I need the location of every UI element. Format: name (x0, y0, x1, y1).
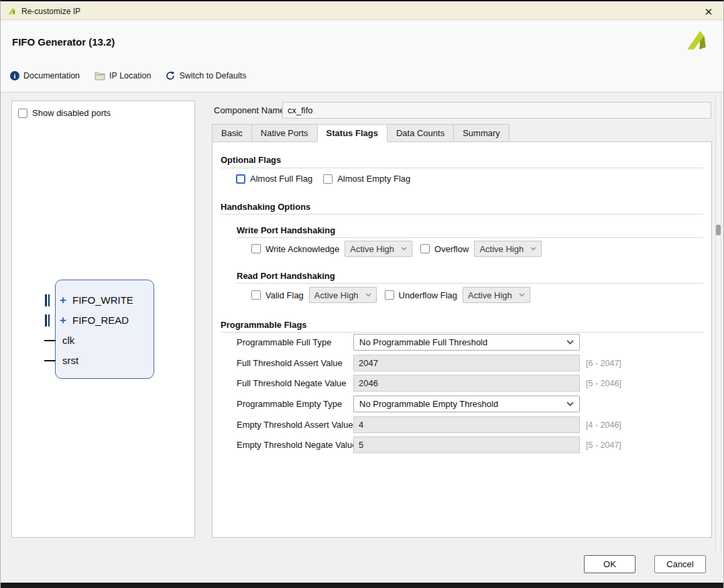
almost-full-flag-label: Almost Full Flag (250, 174, 312, 184)
empty-threshold-negate-row: Empty Threshold Negate Value 5 [5 - 2047… (237, 436, 702, 453)
empty-threshold-negate-range: [5 - 2047] (586, 440, 621, 450)
dropdown-value: No Programmable Empty Threshold (359, 399, 498, 409)
title-bar: Re-customize IP ✕ (1, 3, 723, 20)
switch-to-defaults-button[interactable]: Switch to Defaults (166, 71, 246, 80)
dropdown-value: Active High (350, 244, 394, 254)
section-divider (221, 332, 703, 333)
chevron-down-icon (365, 293, 371, 297)
ip-location-button[interactable]: IP Location (95, 71, 151, 80)
programmable-empty-type-row: Programmable Empty Type No Programmable … (237, 396, 702, 412)
almost-empty-flag-label: Almost Empty Flag (337, 174, 410, 184)
section-title-programmable-flags: Programmable Flags (221, 320, 307, 330)
refresh-icon (166, 71, 175, 80)
dropdown-value: Active High (479, 244, 524, 254)
ports-preview-panel: Show disabled ports + FIFO_WRITE + FIFO_… (11, 101, 195, 538)
expand-plus-icon[interactable]: + (60, 312, 66, 329)
info-icon: i (10, 71, 19, 80)
tab-data-counts[interactable]: Data Counts (387, 124, 453, 142)
tab-status-flags[interactable]: Status Flags (317, 124, 387, 142)
empty-threshold-assert-label: Empty Threshold Assert Value (237, 420, 353, 430)
write-acknowledge-checkbox[interactable] (251, 244, 261, 253)
show-disabled-ports-checkbox[interactable] (18, 109, 27, 118)
valid-flag-checkbox[interactable] (251, 290, 261, 300)
tab-summary[interactable]: Summary (453, 124, 509, 142)
section-title-handshaking: Handshaking Options (221, 202, 310, 212)
empty-threshold-negate-input: 5 (353, 436, 580, 453)
window-title: Re-customize IP (21, 7, 80, 16)
dialog-header: FIFO Generator (13.2) i Documentation IP… (1, 20, 723, 93)
almost-empty-flag-checkbox[interactable] (323, 174, 333, 184)
expand-plus-icon[interactable]: + (60, 292, 66, 308)
cancel-button[interactable]: Cancel (654, 555, 706, 573)
show-disabled-ports-row: Show disabled ports (18, 108, 111, 118)
full-threshold-negate-label: Full Threshold Negate Value (237, 378, 353, 388)
underflow-flag-checkbox[interactable] (385, 290, 394, 300)
subsection-title-read-handshaking: Read Port Handshaking (237, 271, 335, 281)
xilinx-logo (684, 28, 709, 52)
toolbar: i Documentation IP Location (10, 71, 261, 80)
dropdown-value: No Programmable Full Threshold (359, 337, 487, 347)
overflow-checkbox[interactable] (420, 244, 430, 253)
dropdown-value: Active High (468, 290, 512, 300)
component-name-input[interactable] (282, 102, 711, 119)
programmable-full-type-dropdown[interactable]: No Programmable Full Threshold (353, 334, 580, 351)
app-logo-icon (7, 7, 16, 15)
documentation-button[interactable]: i Documentation (10, 71, 80, 80)
optional-flags-row: Almost Full Flag Almost Empty Flag (236, 174, 410, 184)
vertical-scrollbar-thumb[interactable] (716, 225, 721, 235)
section-divider (221, 214, 703, 215)
port-row-fifo-read: + FIFO_READ (56, 312, 154, 329)
switch-to-defaults-label: Switch to Defaults (179, 71, 246, 80)
port-label: srst (62, 353, 78, 369)
programmable-full-type-row: Programmable Full Type No Programmable F… (237, 334, 702, 351)
valid-flag-sense-dropdown: Active High (309, 287, 377, 303)
tab-native-ports[interactable]: Native Ports (251, 124, 317, 142)
page-title: FIFO Generator (13.2) (12, 36, 115, 48)
ok-button[interactable]: OK (584, 555, 636, 573)
empty-threshold-negate-label: Empty Threshold Negate Value (237, 440, 353, 450)
port-row-fifo-write: + FIFO_WRITE (56, 292, 154, 308)
programmable-full-type-label: Programmable Full Type (237, 337, 353, 347)
full-threshold-negate-input: 2046 (353, 375, 580, 392)
close-icon[interactable]: ✕ (701, 5, 717, 19)
port-label: FIFO_READ (72, 312, 129, 329)
overflow-label: Overflow (434, 244, 469, 254)
tab-basic[interactable]: Basic (212, 124, 251, 142)
port-wire-stub (44, 360, 56, 361)
empty-threshold-assert-range: [4 - 2046] (586, 420, 621, 430)
almost-full-flag-checkbox[interactable] (236, 174, 245, 184)
section-divider (237, 283, 703, 284)
port-label: clk (62, 333, 74, 349)
full-threshold-negate-row: Full Threshold Negate Value 2046 [5 - 20… (237, 375, 702, 392)
programmable-empty-type-dropdown[interactable]: No Programmable Empty Threshold (353, 396, 580, 412)
documentation-label: Documentation (23, 71, 80, 80)
underflow-flag-label: Underflow Flag (399, 290, 457, 300)
port-row-clk: clk (56, 333, 154, 349)
read-handshaking-row: Valid Flag Active High Underflow Flag Ac… (251, 287, 530, 303)
chevron-down-icon (519, 293, 525, 297)
programmable-empty-type-label: Programmable Empty Type (237, 399, 353, 409)
empty-threshold-assert-input: 4 (353, 416, 580, 433)
full-threshold-assert-label: Full Threshold Assert Value (237, 358, 353, 368)
full-threshold-assert-range: [6 - 2047] (586, 359, 621, 368)
chevron-down-icon (530, 247, 536, 251)
dropdown-value: Active High (314, 290, 359, 300)
subsection-title-write-handshaking: Write Port Handshaking (237, 225, 335, 235)
full-threshold-assert-row: Full Threshold Assert Value 2047 [6 - 20… (237, 355, 702, 371)
write-acknowledge-sense-dropdown: Active High (345, 241, 412, 257)
write-acknowledge-label: Write Acknowledge (265, 244, 339, 254)
port-label: FIFO_WRITE (72, 292, 133, 308)
component-name-label: Component Name (214, 105, 285, 115)
chevron-down-icon (566, 402, 574, 406)
overflow-sense-dropdown: Active High (474, 241, 542, 257)
window-bottom-edge (1, 583, 723, 588)
recustomize-ip-dialog: Re-customize IP ✕ FIFO Generator (13.2) … (0, 0, 724, 588)
underflow-flag-sense-dropdown: Active High (463, 287, 530, 303)
vertical-scrollbar[interactable] (715, 95, 721, 554)
full-threshold-assert-input: 2047 (353, 355, 580, 371)
show-disabled-ports-label: Show disabled ports (32, 108, 111, 118)
full-threshold-negate-range: [5 - 2046] (586, 379, 621, 388)
empty-threshold-assert-row: Empty Threshold Assert Value 4 [4 - 2046… (237, 416, 702, 433)
port-wire-stub (44, 340, 56, 341)
ip-location-label: IP Location (109, 71, 151, 80)
